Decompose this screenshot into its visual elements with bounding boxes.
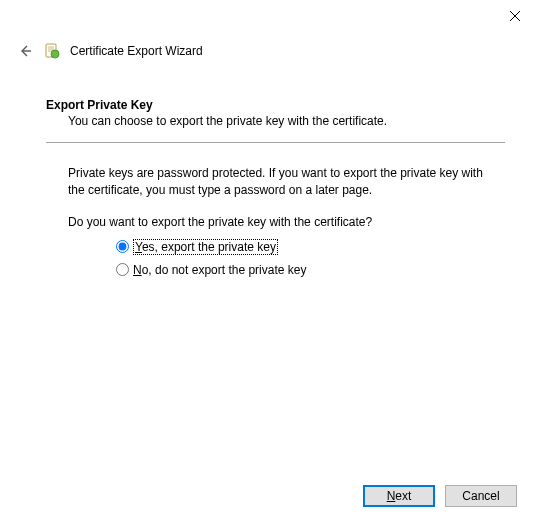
- radio-input-yes[interactable]: [116, 240, 129, 253]
- radio-label-yes: Yes, export the private key: [133, 239, 278, 255]
- wizard-content: Export Private Key You can choose to exp…: [46, 98, 505, 285]
- certificate-wizard-icon: [44, 43, 60, 59]
- footer-buttons: Next Cancel: [363, 485, 517, 507]
- back-button[interactable]: [16, 42, 34, 60]
- radio-option-yes[interactable]: Yes, export the private key: [116, 239, 505, 255]
- radio-option-no[interactable]: No, do not export the private key: [116, 263, 505, 277]
- close-icon: [510, 11, 520, 21]
- cancel-button-label: Cancel: [462, 489, 499, 503]
- wizard-title: Certificate Export Wizard: [70, 44, 203, 58]
- divider: [46, 142, 505, 143]
- question-text: Do you want to export the private key wi…: [68, 215, 505, 229]
- close-button[interactable]: [505, 6, 525, 26]
- page-subheading: You can choose to export the private key…: [68, 114, 505, 128]
- wizard-header: Certificate Export Wizard: [16, 42, 203, 60]
- radio-group: Yes, export the private key No, do not e…: [116, 239, 505, 277]
- next-button-label: Next: [387, 489, 412, 503]
- back-arrow-icon: [17, 43, 33, 59]
- next-button[interactable]: Next: [363, 485, 435, 507]
- cancel-button[interactable]: Cancel: [445, 485, 517, 507]
- radio-label-no: No, do not export the private key: [133, 263, 306, 277]
- radio-input-no[interactable]: [116, 263, 129, 276]
- page-heading: Export Private Key: [46, 98, 505, 112]
- info-text: Private keys are password protected. If …: [68, 165, 495, 199]
